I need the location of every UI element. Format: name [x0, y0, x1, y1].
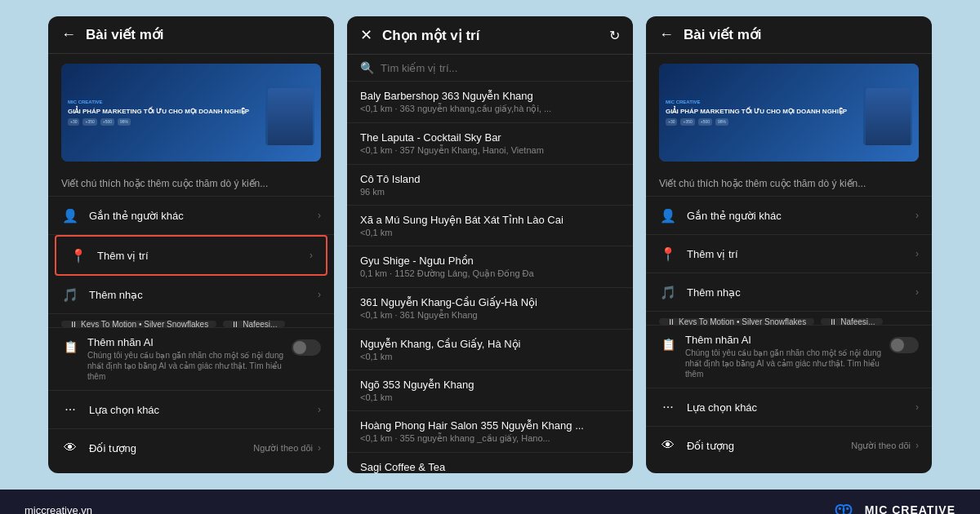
- loc-name-2: Cô Tô Island: [360, 173, 620, 185]
- banner-content-1: MIC CREATIVE GIẢI PHÁP MARKETING TỐI ƯU …: [61, 64, 321, 162]
- banner-stats-3: +30 +350 +500 98%: [666, 118, 863, 126]
- more-icon-1: ···: [61, 401, 79, 419]
- location-chevron-3: ›: [915, 248, 919, 259]
- stat-3-3: +500: [698, 118, 712, 126]
- banner-text-1: MIC CREATIVE GIẢI PHÁP MARKETING TỐI ƯU …: [68, 100, 265, 126]
- location-title: Chọn một vị trí: [382, 27, 609, 44]
- stat-2: +350: [82, 118, 96, 126]
- music-tag-1[interactable]: ⏸ Keys To Motion • Silver Snowflakes: [61, 321, 216, 327]
- svg-point-1: [846, 507, 849, 510]
- post-image-1: MIC CREATIVE GIẢI PHÁP MARKETING TỐI ƯU …: [61, 64, 321, 162]
- music-tag-3-2[interactable]: ⏸ Nafeesi...: [821, 318, 883, 325]
- audience-icon-1: 👁: [61, 439, 79, 457]
- audience-item-3[interactable]: 👁 Đối tượng Người theo dõi ›: [646, 427, 932, 464]
- ai-icon-1: 📋: [61, 338, 79, 356]
- location-list: Baly Barbershop 363 Nguyễn Khang <0,1 km…: [347, 82, 633, 473]
- loc-detail-4: 0,1 km · 1152 Đường Láng, Quận Đống Đa: [360, 268, 620, 279]
- location-item-2[interactable]: Cô Tô Island 96 km: [347, 165, 633, 206]
- banner-text-3: MIC CREATIVE GIẢI PHÁP MARKETING TỐI ƯU …: [666, 100, 863, 126]
- music-label-3: Thêm nhạc: [687, 286, 915, 299]
- location-item-7[interactable]: Ngõ 353 Nguyễn Khang <0,1 km: [347, 370, 633, 411]
- ai-title-3: Thêm nhãn AI: [685, 334, 883, 346]
- banner-headline-3: GIẢI PHÁP MARKETING TỐI ƯU CHO MỌI DOANH…: [666, 108, 863, 116]
- loc-name-3: Xã a Mú Sung Huyện Bát Xát Tỉnh Lào Cai: [360, 214, 620, 226]
- tag-chevron-3: ›: [915, 210, 919, 221]
- audience-item-1[interactable]: 👁 Đối tượng Người theo dõi ›: [48, 429, 334, 467]
- location-item-1[interactable]: The Laputa - Cocktail Sky Bar <0,1 km · …: [347, 123, 633, 165]
- music-tags-3: ⏸ Keys To Motion • Silver Snowflakes ⏸ N…: [646, 312, 932, 326]
- post-title-3: Bài viết mới: [684, 26, 762, 43]
- more-options-item-1[interactable]: ··· Lựa chọn khác ›: [48, 391, 334, 429]
- svg-point-0: [838, 507, 840, 510]
- banner-headline-1: GIẢI PHÁP MARKETING TỐI ƯU CHO MỌI DOANH…: [68, 108, 265, 116]
- stat-3: +500: [100, 118, 114, 126]
- music-icon-1: 🎵: [61, 286, 79, 304]
- stat-3-4: 98%: [715, 118, 728, 126]
- post-image-area-1: MIC CREATIVE GIẢI PHÁP MARKETING TỐI ƯU …: [48, 54, 334, 171]
- location-item-6[interactable]: Nguyễn Khang, Cầu Giấy, Hà Nội <0,1 km: [347, 330, 633, 370]
- music-tag-2[interactable]: ⏸ Nafeesi...: [223, 321, 285, 327]
- location-item-4[interactable]: Gyu Shige - Ngưu Phồn 0,1 km · 1152 Đườn…: [347, 246, 633, 288]
- audience-chevron-1: ›: [318, 442, 321, 454]
- loc-detail-3: <0,1 km: [360, 228, 620, 237]
- search-bar: 🔍: [347, 55, 633, 82]
- tag-icon-1: 👤: [61, 206, 79, 224]
- location-chevron-1: ›: [310, 250, 313, 261]
- location-item-0[interactable]: Baly Barbershop 363 Nguyễn Khang <0,1 km…: [347, 82, 633, 123]
- location-item-5[interactable]: 361 Nguyễn Khang-Cầu Giấy-Hà Nội <0,1 km…: [347, 288, 633, 330]
- search-input[interactable]: [381, 62, 620, 74]
- loc-name-4: Gyu Shige - Ngưu Phồn: [360, 255, 620, 267]
- music-tag-text-1: Keys To Motion • Silver Snowflakes: [81, 320, 208, 329]
- tag-people-item-3[interactable]: 👤 Gắn thẻ người khác ›: [646, 197, 932, 235]
- loc-detail-1: <0,1 km · 357 Nguyễn Khang, Hanoi, Vietn…: [360, 145, 620, 156]
- music-tag-text-3-2: Nafeesi...: [840, 317, 875, 326]
- close-icon[interactable]: ✕: [360, 26, 372, 44]
- loc-detail-5: <0,1 km · 361 Nguyễn Khang: [360, 310, 620, 321]
- stat-3-1: +30: [666, 118, 677, 126]
- audience-chevron-3: ›: [915, 440, 919, 451]
- post-header-3: ← Bài viết mới: [646, 16, 932, 54]
- location-item-8[interactable]: Hoàng Phong Hair Salon 355 Nguyễn Khang …: [347, 411, 633, 453]
- tag-people-item-1[interactable]: 👤 Gắn thẻ người khác ›: [48, 197, 334, 235]
- loc-detail-0: <0,1 km · 363 nguyễn khang,cầu giấy,hà n…: [360, 104, 620, 114]
- ai-toggle-3: 📋 Thêm nhãn AI Chúng tôi yêu cầu bạn gắn…: [646, 326, 932, 388]
- post-caption-3[interactable]: Viết chú thích hoặc thêm cuộc thăm dò ý …: [646, 171, 932, 197]
- add-location-item-3[interactable]: 📍 Thêm vị trí ›: [646, 235, 932, 273]
- audience-value-1: Người theo dõi: [253, 443, 313, 454]
- ai-toggle-switch-3[interactable]: [889, 337, 919, 353]
- footer-brand-name: MIC CREATIVE: [865, 503, 956, 514]
- main-content: ← Bài viết mới MIC CREATIVE GIẢI PHÁP MA…: [0, 0, 980, 490]
- stat-4: 98%: [118, 118, 131, 126]
- location-label-1: Thêm vị trí: [97, 250, 310, 262]
- tag-label-1: Gắn thẻ người khác: [89, 210, 318, 222]
- loc-detail-6: <0,1 km: [360, 352, 620, 361]
- audience-label-1: Đối tượng: [89, 442, 253, 454]
- banner-brand-3: MIC CREATIVE: [666, 100, 863, 106]
- location-item-9[interactable]: Sagi Coffee & Tea <0,1 km · 347 Nguyễn K…: [347, 453, 633, 473]
- tag-label-3: Gắn thẻ người khác: [687, 210, 915, 222]
- people-silhouette-3: [866, 88, 911, 145]
- post-caption-1[interactable]: Viết chú thích hoặc thêm cuộc thăm dò ý …: [48, 171, 334, 197]
- music-tags-1: ⏸ Keys To Motion • Silver Snowflakes ⏸ N…: [48, 314, 334, 328]
- banner-stats-1: +30 +350 +500 98%: [68, 118, 265, 126]
- ai-icon-3: 📋: [659, 335, 677, 353]
- music-tag-3-1[interactable]: ⏸ Keys To Motion • Silver Snowflakes: [659, 318, 814, 325]
- more-options-item-3[interactable]: ··· Lựa chọn khác ›: [646, 388, 932, 427]
- banner-brand-1: MIC CREATIVE: [68, 100, 265, 106]
- back-arrow-icon-3[interactable]: ←: [659, 26, 674, 43]
- music-label-1: Thêm nhạc: [89, 289, 318, 301]
- more-chevron-1: ›: [318, 404, 321, 415]
- loc-name-0: Baly Barbershop 363 Nguyễn Khang: [360, 90, 620, 102]
- music-tag-icon-3-1: ⏸: [667, 317, 675, 326]
- add-music-item-3[interactable]: 🎵 Thêm nhạc ›: [646, 273, 932, 312]
- ai-toggle-switch-1[interactable]: [292, 339, 321, 356]
- audience-label-3: Đối tượng: [687, 440, 851, 452]
- add-location-item-1[interactable]: 📍 Thêm vị trí ›: [56, 237, 326, 274]
- tag-chevron-1: ›: [318, 210, 321, 221]
- add-music-item-1[interactable]: 🎵 Thêm nhạc ›: [48, 276, 334, 314]
- refresh-icon[interactable]: ↻: [609, 28, 620, 43]
- location-item-3[interactable]: Xã a Mú Sung Huyện Bát Xát Tỉnh Lào Cai …: [347, 206, 633, 246]
- back-arrow-icon[interactable]: ←: [61, 26, 76, 43]
- audience-icon-3: 👁: [659, 436, 677, 454]
- banner-people-3: [863, 80, 912, 145]
